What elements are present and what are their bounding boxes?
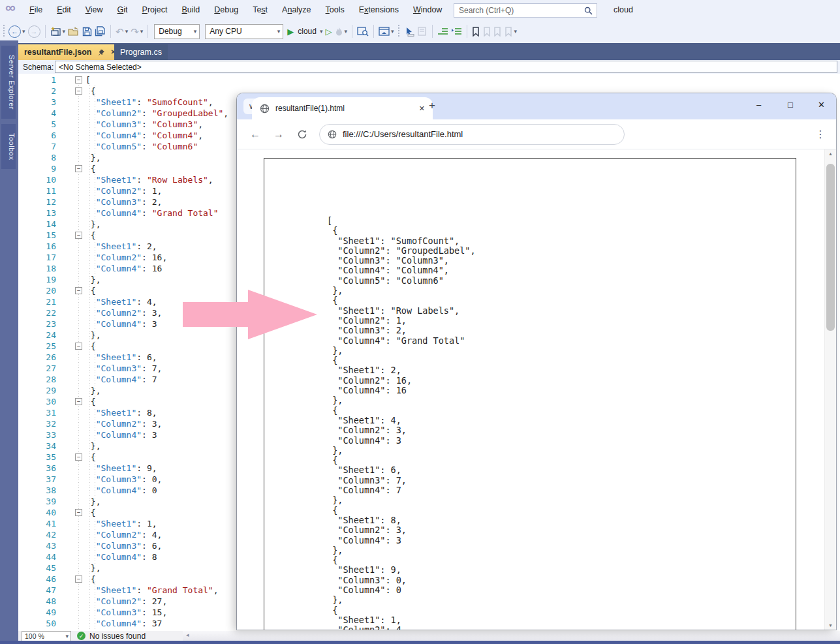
menu-build[interactable]: Build — [175, 0, 208, 20]
menu-git[interactable]: Git — [110, 0, 135, 20]
undo-button[interactable]: ↶▾ — [116, 27, 128, 37]
forward-icon: → — [28, 25, 40, 38]
side-tab-toolbox[interactable]: Toolbox — [1, 124, 16, 169]
horizontal-scrollbar[interactable]: ◂ — [183, 631, 840, 641]
code-text: "Column4": 37 — [86, 618, 162, 629]
redo-button[interactable]: ↷▾ — [131, 27, 143, 37]
scroll-left-icon[interactable]: ◂ — [186, 632, 189, 638]
tab-resultantfile-json[interactable]: resultantFile.json ✕ — [18, 44, 122, 60]
menu-view[interactable]: View — [78, 0, 110, 20]
account-name[interactable]: cloud — [614, 0, 633, 20]
solution-platform-select[interactable]: Any CPU▾ — [205, 24, 283, 39]
code-text: "Column2": "GroupedLabel", — [86, 108, 228, 119]
navigate-forward-button[interactable]: → — [28, 25, 40, 38]
next-bookmark-button[interactable] — [493, 27, 502, 37]
fold-toggle-icon[interactable]: − — [75, 398, 82, 405]
browser-menu-button[interactable]: ⋮ — [815, 128, 826, 140]
decrease-indent-button[interactable] — [437, 27, 448, 36]
side-tab-server-explorer[interactable]: Server Explorer — [1, 46, 16, 119]
browser-scrollbar[interactable]: ▲ ▼ — [824, 149, 836, 630]
fold-toggle-icon[interactable]: − — [75, 76, 82, 84]
line-number: 7 — [18, 141, 56, 152]
reload-button[interactable] — [297, 129, 307, 140]
code-text: { — [86, 341, 96, 352]
menu-window[interactable]: Window — [406, 0, 449, 20]
format-document-button[interactable] — [417, 27, 428, 36]
hot-reload-button[interactable]: ▾ — [335, 27, 348, 37]
new-project-dropdown-icon[interactable]: ▾ — [63, 28, 66, 35]
fold-toggle-icon[interactable]: − — [75, 87, 82, 95]
clear-bookmarks-button[interactable]: ▾ — [505, 27, 518, 37]
preview-in-browser-button[interactable]: ▾ — [379, 27, 394, 37]
menu-analyze[interactable]: Analyze — [275, 0, 318, 20]
scroll-up-icon[interactable]: ▲ — [825, 151, 836, 156]
outlining-margin — [75, 219, 84, 230]
chevron-down-icon[interactable]: ▾ — [514, 28, 518, 35]
line-number: 6 — [18, 130, 56, 141]
toolbar-grip[interactable] — [397, 25, 401, 38]
scroll-down-icon[interactable]: ▼ — [825, 623, 836, 628]
pin-icon[interactable] — [98, 49, 105, 56]
code-text: }, — [86, 496, 101, 507]
fold-toggle-icon[interactable]: − — [75, 232, 82, 239]
separator — [373, 25, 374, 38]
scrollbar-thumb[interactable] — [826, 164, 835, 331]
tab-program-cs[interactable]: Program.cs — [114, 44, 168, 60]
fold-toggle-icon[interactable]: − — [75, 575, 82, 583]
browser-tab[interactable]: resultantFile(1).html ✕ — [252, 97, 433, 119]
select-element-button[interactable] — [404, 27, 414, 37]
menu-test[interactable]: Test — [245, 0, 275, 20]
browser-forward-button[interactable]: → — [273, 129, 284, 140]
back-dropdown-icon[interactable]: ▾ — [22, 28, 25, 35]
close-window-button[interactable]: ✕ — [818, 100, 825, 110]
chevron-down-icon[interactable]: ▾ — [345, 28, 348, 35]
document-health-indicator[interactable]: ✓ No issues found — [77, 631, 146, 641]
menu-edit[interactable]: Edit — [50, 0, 78, 20]
menu-extensions[interactable]: Extensions — [352, 0, 406, 20]
zoom-level-select[interactable]: 100 % ▾ — [22, 631, 71, 641]
browser-back-button[interactable]: ← — [250, 129, 260, 140]
increase-indent-button[interactable] — [451, 27, 462, 36]
next-bookmark-icon — [493, 27, 502, 37]
undo-dropdown-icon[interactable]: ▾ — [125, 28, 129, 35]
check-icon: ✓ — [77, 632, 86, 640]
new-project-button[interactable]: ▾ — [50, 26, 66, 37]
left-tool-strip: Server ExplorerToolbox — [0, 40, 18, 641]
toolbar-grip[interactable] — [2, 25, 5, 38]
open-file-button[interactable] — [68, 27, 80, 37]
search-input[interactable]: Search (Ctrl+Q) — [454, 3, 597, 18]
separator — [467, 25, 467, 38]
toggle-bookmark-button[interactable] — [472, 27, 480, 37]
line-number: 9 — [18, 163, 56, 174]
menu-file[interactable]: File — [22, 0, 50, 20]
schema-selector[interactable]: <No Schema Selected> — [55, 61, 837, 73]
solution-configuration-select[interactable]: Debug▾ — [154, 24, 200, 39]
new-tab-button[interactable]: + — [424, 99, 440, 112]
address-bar[interactable]: file:///C:/Users/resultantFile.html — [319, 124, 625, 145]
menu-debug[interactable]: Debug — [207, 0, 245, 20]
menu-project[interactable]: Project — [135, 0, 175, 20]
fold-toggle-icon[interactable]: − — [75, 287, 82, 294]
save-button[interactable] — [82, 27, 92, 37]
browser-content: [ { "Sheet1": "SumofCount", "Column2": "… — [237, 149, 836, 630]
minimize-button[interactable]: – — [756, 100, 761, 110]
redo-dropdown-icon[interactable]: ▾ — [140, 28, 144, 35]
previous-bookmark-button[interactable] — [482, 27, 491, 37]
code-text: "Column5": "Column6" — [86, 141, 198, 152]
navigate-back-button[interactable]: ←▾ — [8, 25, 25, 38]
code-text: "Column4": 16 — [86, 263, 162, 274]
chevron-down-icon[interactable]: ▾ — [391, 28, 394, 35]
maximize-button[interactable]: □ — [788, 100, 793, 110]
line-number: 47 — [18, 585, 56, 596]
fold-toggle-icon[interactable]: − — [75, 453, 82, 461]
outlining-margin — [75, 196, 84, 207]
find-in-files-button[interactable] — [357, 26, 369, 37]
save-all-button[interactable] — [95, 26, 106, 37]
line-number: 38 — [18, 485, 56, 496]
fold-toggle-icon[interactable]: − — [75, 343, 82, 350]
start-debug-button[interactable]: ▶ cloud ▾ — [287, 27, 322, 37]
menu-tools[interactable]: Tools — [319, 0, 352, 20]
fold-toggle-icon[interactable]: − — [75, 509, 82, 516]
fold-toggle-icon[interactable]: − — [75, 165, 82, 172]
start-without-debug-button[interactable]: ▷ — [326, 27, 332, 37]
